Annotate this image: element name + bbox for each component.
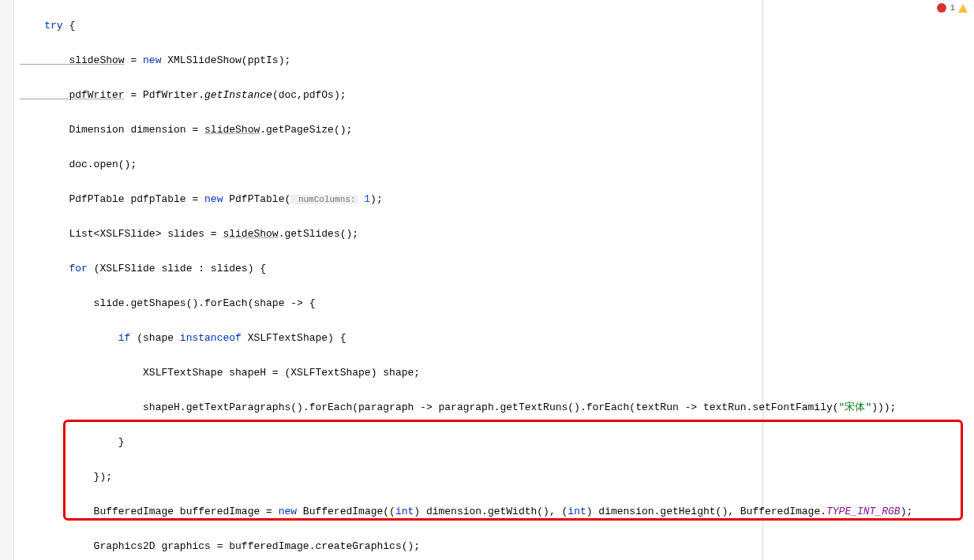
code-line[interactable]: XSLFTextShape shapeH = (XSLFTextShape) s… <box>20 364 974 382</box>
code-line[interactable]: PdfPTable pdfpTable = new PdfPTable( num… <box>20 191 974 208</box>
code-line[interactable]: try { slideShow = new XMLSlideShow(pptIs… <box>20 52 974 69</box>
code-line[interactable]: List<XSLFSlide> slides = slideShow.getSl… <box>20 226 974 243</box>
code-line[interactable]: for (XSLFSlide slide : slides) { <box>20 260 974 278</box>
code-line[interactable]: Graphics2D graphics = bufferedImage.crea… <box>20 538 974 555</box>
code-area[interactable]: try { try { slideShow = new XMLSlideShow… <box>0 0 974 560</box>
code-line[interactable]: doc.open(); <box>20 156 974 174</box>
code-line[interactable]: pdfWriter = PdfWriter.getInstance(doc,pd… <box>20 87 974 104</box>
param-hint: numColumns: <box>290 195 358 204</box>
code-line[interactable]: Dimension dimension = slideShow.getPageS… <box>20 121 974 139</box>
code-line[interactable]: if (shape instanceof XSLFTextShape) { <box>20 330 974 347</box>
code-line[interactable]: BufferedImage bufferedImage = new Buffer… <box>20 503 974 521</box>
code-line[interactable]: }); <box>20 469 974 486</box>
code-editor[interactable]: 1 try { try { slideShow = new XMLSlideSh… <box>0 0 974 560</box>
code-line[interactable]: try { <box>20 17 974 35</box>
code-line[interactable]: slide.getShapes().forEach(shape -> { <box>20 295 974 312</box>
code-line[interactable]: shapeH.getTextParagraphs().forEach(parag… <box>20 399 974 416</box>
code-line[interactable]: } <box>20 434 974 451</box>
